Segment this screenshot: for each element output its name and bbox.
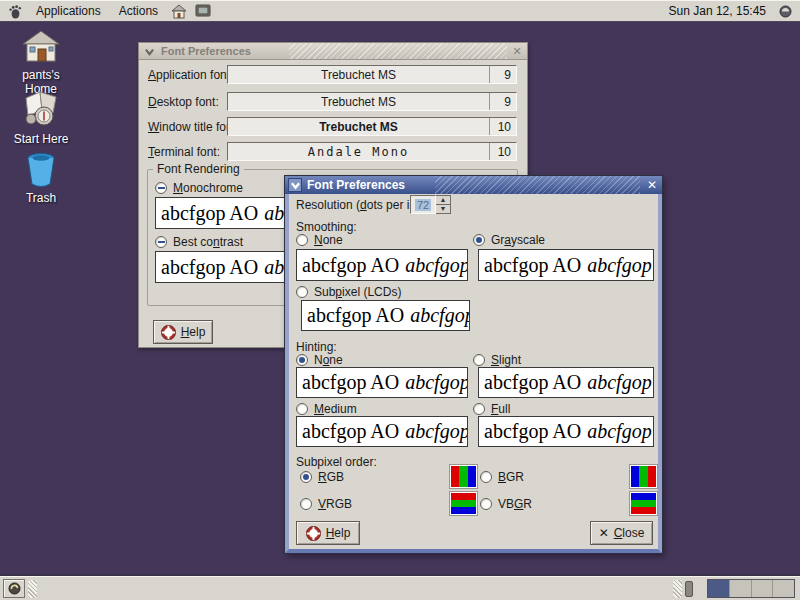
workspace-cell[interactable] [730, 580, 752, 597]
hinting-medium-sample: abcfgop AOabcfgop [296, 416, 468, 447]
window-menu-icon[interactable] [142, 44, 156, 58]
home-launcher-icon[interactable] [170, 2, 188, 20]
window-title-font-label: Window title font: [148, 120, 239, 134]
workspace-cell[interactable] [752, 580, 774, 597]
subpixel-vrgb-option[interactable]: VRGB [300, 497, 352, 511]
smoothing-label: Smoothing: [296, 220, 357, 234]
smoothing-grayscale-option[interactable]: Grayscale [473, 233, 545, 247]
menu-actions[interactable]: Actions [111, 2, 166, 20]
monochrome-radio[interactable] [155, 182, 167, 194]
workspace-cell[interactable] [773, 580, 794, 597]
close-icon[interactable]: ✕ [645, 178, 659, 192]
help-icon [161, 325, 176, 340]
window-menu-icon[interactable] [288, 178, 302, 192]
panel-clock[interactable]: Sun Jan 12, 15:45 [669, 4, 772, 18]
application-font-label: Application font: [148, 68, 233, 82]
terminal-font-picker[interactable]: Andale Mono10 [227, 142, 517, 161]
hinting-slight-sample: abcfgop AOabcfgop [478, 367, 654, 398]
window-content: Resolution (dots per inch): 72 ▲ ▼ Smoot… [289, 194, 658, 549]
hinting-label: Hinting: [296, 340, 337, 354]
hinting-slight-option[interactable]: Slight [473, 353, 521, 367]
bgr-swatch-icon [630, 465, 657, 488]
panel-drag-handle[interactable] [673, 580, 682, 598]
desktop-icon-label: Trash [5, 191, 77, 205]
workspace-switcher[interactable] [707, 579, 795, 598]
hinting-medium-option[interactable]: Medium [296, 402, 357, 416]
vrgb-swatch-icon [450, 492, 477, 515]
smoothing-grayscale-radio[interactable] [473, 234, 485, 246]
desktop-icon-home[interactable]: pants's Home [5, 30, 77, 96]
terminal-launcher-icon[interactable] [194, 2, 212, 20]
close-x-icon: ✕ [599, 526, 609, 540]
smoothing-none-sample: abcfgop AOabcfgop [296, 249, 468, 281]
workspace-cell[interactable] [708, 580, 730, 597]
window-title-font-picker[interactable]: Trebuchet MS10 [227, 117, 517, 136]
subpixel-bgr-radio[interactable] [480, 471, 492, 483]
hinting-full-radio[interactable] [473, 403, 485, 415]
help-button[interactable]: Help [153, 320, 213, 344]
titlebar[interactable]: Font Preferences ✕ [139, 43, 527, 60]
hinting-none-option[interactable]: None [296, 353, 343, 367]
smoothing-grayscale-sample: abcfgop AOabcfgop [478, 249, 654, 281]
subpixel-vrgb-radio[interactable] [300, 498, 312, 510]
top-panel: Applications Actions Sun Jan 12, 15:45 [0, 0, 800, 22]
smoothing-subpixel-option[interactable]: Subpixel (LCDs) [296, 285, 401, 299]
close-button[interactable]: ✕ Close [590, 521, 653, 545]
close-icon[interactable]: ✕ [510, 44, 524, 58]
hinting-none-sample: abcfgop AOabcfgop [296, 367, 468, 398]
rgb-swatch-icon [450, 465, 477, 488]
home-icon [5, 30, 77, 66]
desktop-icon-label: Start Here [5, 132, 77, 146]
smoothing-subpixel-radio[interactable] [296, 286, 308, 298]
hinting-medium-radio[interactable] [296, 403, 308, 415]
vbgr-swatch-icon [630, 492, 657, 515]
spin-down-icon[interactable]: ▼ [436, 205, 451, 214]
help-button[interactable]: Help [296, 521, 360, 545]
desktop-icon-trash[interactable]: Trash [5, 151, 77, 205]
smoothing-subpixel-sample: abcfgop AOabcfgop [301, 300, 470, 331]
hinting-slight-radio[interactable] [473, 354, 485, 366]
terminal-font-label: Terminal font: [148, 145, 220, 159]
panel-drag-handle[interactable] [28, 580, 37, 598]
menu-applications[interactable]: Applications [28, 2, 109, 20]
help-icon [306, 526, 321, 541]
bottom-panel [0, 576, 800, 600]
gnome-foot-icon[interactable] [6, 2, 24, 20]
titlebar[interactable]: Font Preferences ✕ [285, 176, 662, 194]
font-rendering-details-window: Font Preferences ✕ Resolution (dots per … [285, 176, 662, 553]
monochrome-option[interactable]: Monochrome [155, 181, 243, 195]
subpixel-vbgr-radio[interactable] [480, 498, 492, 510]
window-list [40, 579, 670, 599]
subpixel-rgb-option[interactable]: RGB [300, 470, 344, 484]
applet-drag-handle[interactable] [685, 581, 693, 597]
subpixel-vbgr-option[interactable]: VBGR [480, 497, 532, 511]
resolution-value[interactable]: 72 [410, 195, 436, 214]
panel-applet-button[interactable] [3, 579, 25, 598]
smoothing-none-radio[interactable] [296, 234, 308, 246]
desktop-font-picker[interactable]: Trebuchet MS9 [227, 92, 517, 111]
resolution-spinner[interactable]: 72 ▲ ▼ [410, 195, 451, 214]
font-rendering-label: Font Rendering [153, 162, 244, 176]
best-contrast-radio[interactable] [155, 236, 167, 248]
desktop-font-label: Desktop font: [148, 95, 219, 109]
application-font-picker[interactable]: Trebuchet MS9 [227, 65, 517, 84]
panel-status-icon[interactable] [776, 2, 794, 20]
smoothing-none-option[interactable]: None [296, 233, 343, 247]
window-title: Font Preferences [307, 178, 405, 192]
hinting-full-option[interactable]: Full [473, 402, 510, 416]
hinting-none-radio[interactable] [296, 354, 308, 366]
desktop-icon-start-here[interactable]: Start Here [5, 88, 77, 146]
trash-icon [5, 151, 77, 189]
subpixel-rgb-radio[interactable] [300, 471, 312, 483]
start-here-icon [5, 88, 77, 130]
hinting-full-sample: abcfgop AOabcfgop [478, 416, 654, 447]
window-title: Font Preferences [161, 45, 251, 57]
spin-up-icon[interactable]: ▲ [436, 195, 451, 205]
subpixel-order-label: Subpixel order: [296, 455, 377, 469]
subpixel-bgr-option[interactable]: BGR [480, 470, 524, 484]
best-contrast-option[interactable]: Best contrast [155, 235, 243, 249]
